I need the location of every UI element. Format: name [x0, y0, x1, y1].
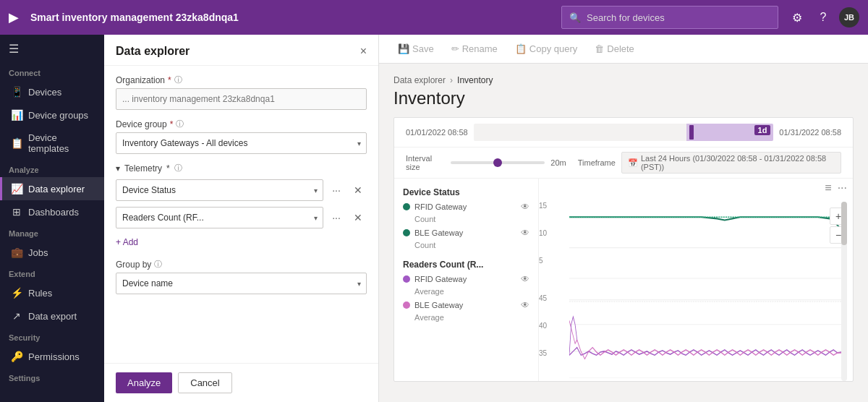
devices-icon: 📱	[11, 86, 22, 98]
legend-sub-ble-readers: Average	[414, 313, 529, 322]
y-label-45: 45	[539, 294, 547, 302]
app-title: Smart inventory management 23zka8dnqa1	[30, 12, 553, 23]
copy-query-button[interactable]: 📋 Copy query	[508, 40, 584, 57]
data-export-icon: ↗	[11, 310, 22, 322]
sidebar-item-permissions[interactable]: 🔑 Permissions	[0, 345, 104, 368]
telemetry-select-1[interactable]: Device Status	[116, 179, 323, 201]
delete-button[interactable]: 🗑 Delete	[587, 40, 642, 57]
breadcrumb-current: Inventory	[457, 75, 493, 85]
y-label-10: 10	[539, 229, 547, 237]
legend-label-rfid-status: RFID Gateway	[414, 202, 467, 211]
sidebar-item-label: Data explorer	[28, 184, 85, 194]
sidebar-item-label: Device groups	[28, 110, 88, 121]
rename-button[interactable]: ✏ Rename	[444, 40, 505, 57]
y-label-5: 5	[539, 257, 543, 265]
telemetry-more-btn-1[interactable]: ···	[328, 181, 345, 199]
breadcrumb-separator: ›	[450, 75, 453, 85]
timeframe-value[interactable]: 📅 Last 24 Hours (01/30/2022 08:58 - 01/3…	[621, 152, 841, 174]
org-info-icon[interactable]: ⓘ	[174, 74, 182, 85]
sidebar-item-rules[interactable]: ⚡ Rules	[0, 281, 104, 304]
timeline-range-bar[interactable]: 1d	[474, 124, 774, 141]
main-layout: ☰ Connect 📱 Devices 📊 Device groups 📋 De…	[0, 35, 868, 402]
sidebar-item-data-explorer[interactable]: 📈 Data explorer	[0, 177, 104, 200]
chart-svg: RFID Gateway	[569, 202, 841, 378]
legend-panel: Device Status RFID Gateway 👁 Count BLE G…	[394, 179, 539, 381]
breadcrumb-parent[interactable]: Data explorer	[393, 75, 446, 85]
device-group-info-icon[interactable]: ⓘ	[176, 119, 184, 129]
layers-icon[interactable]: ≡	[825, 181, 831, 194]
settings-icon[interactable]: ⚙	[787, 7, 807, 27]
y-label-40: 40	[539, 322, 547, 330]
device-group-label: Device group * ⓘ	[116, 119, 367, 129]
telemetry-row-2: Readers Count (RF... ▾ ··· ✕	[116, 207, 367, 228]
panel-header: Data explorer ×	[104, 35, 378, 66]
legend-sub-ble-status: Count	[414, 241, 529, 249]
sidebar-item-dashboards[interactable]: ⊞ Dashboards	[0, 200, 104, 223]
avatar-badge: JB	[839, 7, 859, 27]
legend-group-readers: Readers Count (R...	[403, 260, 529, 270]
legend-sub-rfid-readers: Average	[414, 287, 529, 296]
avatar[interactable]: JB	[839, 7, 859, 27]
save-button[interactable]: 💾 Save	[391, 40, 441, 57]
search-bar[interactable]: 🔍 Search for devices	[561, 6, 778, 29]
topbar: ▶ Smart inventory management 23zka8dnqa1…	[0, 0, 868, 35]
telemetry-remove-btn-2[interactable]: ✕	[349, 209, 367, 226]
panel-close-button[interactable]: ×	[360, 45, 367, 58]
search-placeholder: Search for devices	[587, 12, 665, 23]
toolbar: 💾 Save ✏ Rename 📋 Copy query 🗑 Delete	[379, 35, 868, 64]
sidebar-item-jobs[interactable]: 💼 Jobs	[0, 241, 104, 264]
add-telemetry-button[interactable]: + Add	[116, 234, 367, 250]
timeline-end: 01/31/2022 08:58	[779, 128, 841, 137]
device-group-select-wrapper: Inventory Gateways - All devices ▾	[116, 132, 367, 154]
chart-scrollbar[interactable]	[841, 202, 847, 381]
scrollbar-thumb	[841, 202, 847, 245]
hamburger-button[interactable]: ☰	[0, 35, 104, 63]
telemetry-info-icon[interactable]: ⓘ	[174, 163, 182, 174]
timeline-start: 01/01/2022 08:58	[406, 128, 468, 137]
legend-dot-rfid-status	[403, 203, 410, 210]
group-by-select[interactable]: Device name	[116, 273, 367, 294]
legend-eye-ble-readers[interactable]: 👁	[521, 300, 529, 310]
cancel-button[interactable]: Cancel	[178, 372, 231, 393]
sidebar-item-label: Permissions	[28, 351, 80, 362]
interval-label: Interval size	[406, 154, 445, 171]
legend-item-ble-status: BLE Gateway 👁	[403, 228, 529, 238]
legend-eye-rfid-readers[interactable]: 👁	[521, 274, 529, 284]
timeframe-label: Timeframe	[578, 158, 616, 167]
legend-item-rfid-readers: RFID Gateway 👁	[403, 274, 529, 284]
more-options-icon[interactable]: ···	[838, 181, 847, 194]
analyze-button[interactable]: Analyze	[116, 372, 172, 393]
org-input[interactable]	[116, 88, 367, 110]
group-by-select-wrapper: Device name ▾	[116, 273, 367, 294]
help-icon[interactable]: ?	[813, 7, 833, 27]
telemetry-more-btn-2[interactable]: ···	[328, 209, 345, 226]
legend-dot-ble-readers	[403, 302, 410, 309]
legend-eye-ble-status[interactable]: 👁	[521, 228, 529, 238]
group-by-label: Group by ⓘ	[116, 259, 367, 270]
legend-eye-rfid-status[interactable]: 👁	[521, 202, 529, 212]
chart-controls: Interval size 20m Timeframe 📅 Last 24 Ho…	[394, 147, 853, 179]
y-label-35: 35	[539, 349, 547, 357]
telemetry-select-wrapper-2: Readers Count (RF... ▾	[116, 207, 323, 228]
sidebar-section-connect: Connect	[0, 63, 104, 80]
chart-timeline: 01/01/2022 08:58 1d 01/31/2022 08:58	[394, 118, 853, 147]
data-explorer-panel: Data explorer × Organization * ⓘ Device …	[104, 35, 379, 402]
page-title: Inventory	[393, 88, 854, 108]
app-logo: ▶	[9, 9, 19, 25]
telemetry-remove-btn-1[interactable]: ✕	[349, 181, 367, 199]
device-group-select[interactable]: Inventory Gateways - All devices	[116, 132, 367, 154]
legend-item-ble-readers: BLE Gateway 👁	[403, 300, 529, 310]
telemetry-select-2[interactable]: Readers Count (RF...	[116, 207, 323, 228]
y-label-15: 15	[539, 202, 547, 210]
sidebar-item-devices[interactable]: 📱 Devices	[0, 80, 104, 103]
telemetry-collapse-icon[interactable]: ▾	[116, 163, 120, 174]
interval-slider[interactable]	[451, 161, 545, 164]
device-groups-icon: 📊	[11, 109, 22, 121]
legend-item-rfid-status: RFID Gateway 👁	[403, 202, 529, 212]
group-by-info-icon[interactable]: ⓘ	[154, 259, 162, 270]
sidebar-item-device-templates[interactable]: 📋 Device templates	[0, 127, 104, 160]
save-icon: 💾	[398, 43, 409, 54]
interval-row: Interval size 20m	[406, 154, 566, 171]
sidebar-item-device-groups[interactable]: 📊 Device groups	[0, 103, 104, 127]
sidebar-item-data-export[interactable]: ↗ Data export	[0, 304, 104, 328]
